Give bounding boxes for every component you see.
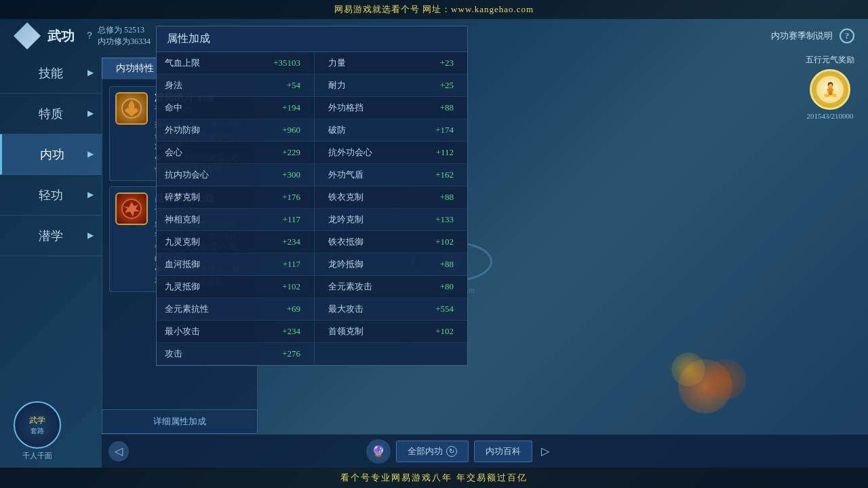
sidebar-item-skills[interactable]: 技能 ▶	[0, 53, 102, 94]
all-inner-button[interactable]: 全部内功 ↻	[396, 441, 469, 462]
logo-diamond	[14, 22, 41, 49]
sidebar-item-traits[interactable]: 特质 ▶	[0, 94, 102, 134]
table-row: 神相克制 +117 龙吟克制 +133	[157, 209, 467, 231]
badge-circle: 武学 套路	[14, 401, 61, 449]
skill-icon-1	[115, 92, 148, 125]
table-row: 全元素抗性 +69 最大攻击 +554	[157, 298, 467, 321]
table-row: 身法 +54 耐力 +25	[157, 75, 467, 97]
action-bar: ◁ 🔮 全部内功 ↻ 内功百科 ▷	[102, 434, 868, 468]
scroll-left-icon[interactable]: ◁	[108, 441, 129, 462]
table-row: 血河抵御 +117 龙吟抵御 +88	[157, 253, 467, 276]
right-scroll-icon[interactable]: ▷	[541, 445, 549, 458]
sidebar-item-inner[interactable]: 内功 ▶	[0, 134, 102, 175]
header-right: 内功赛季制说明 ?	[771, 28, 854, 43]
arrow-icon: ▶	[87, 230, 94, 241]
skill-icon-2	[115, 192, 148, 225]
table-row: 碎梦克制 +176 铁衣克制 +88	[157, 186, 467, 209]
five-elements-reward: 五行元气奖励 🧘 201543/210000	[806, 54, 854, 120]
season-question-icon[interactable]: ?	[840, 28, 854, 43]
table-row: 攻击 +276	[157, 343, 467, 365]
attr-panel: 属性加成 气血上限 +35103 力量 +23 身法 +54 耐力 +25 命中…	[156, 26, 468, 366]
encyclopedia-button[interactable]: 内功百科	[474, 441, 532, 462]
inner-scroll-icon[interactable]: 🔮	[366, 439, 391, 464]
attr-panel-title: 属性加成	[157, 26, 467, 52]
table-row: 外功防御 +960 破防 +174	[157, 119, 467, 142]
table-row: 最小攻击 +234 首领克制 +102	[157, 321, 467, 343]
header-stats: 总修为 52513 内功修为36334	[98, 24, 151, 47]
bottom-banner: 看个号专业网易游戏八年 年交易额过百亿	[0, 468, 868, 488]
arrow-icon: ▶	[87, 68, 94, 78]
arrow-icon: ▶	[87, 108, 94, 119]
table-row: 会心 +229 抗外功会心 +112	[157, 142, 467, 164]
top-banner: 网易游戏就选看个号 网址：www.kangehao.com	[0, 0, 868, 19]
table-row: 气血上限 +35103 力量 +23	[157, 52, 467, 75]
reward-circle[interactable]: 🧘	[810, 69, 850, 110]
table-row: 九灵克制 +234 铁衣抵御 +102	[157, 231, 467, 253]
attr-table: 气血上限 +35103 力量 +23 身法 +54 耐力 +25 命中 +194…	[157, 52, 467, 365]
arrow-icon: ▶	[87, 149, 94, 159]
wuxue-badge: 武学 套路 千人千面	[14, 401, 61, 461]
table-row: 九灵抵御 +102 全元素攻击 +80	[157, 276, 467, 298]
action-right: 🔮 全部内功 ↻ 内功百科 ▷	[359, 439, 868, 464]
arrow-icon: ▶	[87, 190, 94, 200]
table-row: 命中 +194 外功格挡 +88	[157, 97, 467, 119]
sidebar-item-hidden[interactable]: 潜学 ▶	[0, 216, 102, 256]
refresh-icon: ↻	[446, 446, 457, 457]
sidebar-item-light[interactable]: 轻功 ▶	[0, 175, 102, 216]
table-row: 抗内功会心 +300 外功气盾 +162	[157, 164, 467, 186]
detail-attr-button[interactable]: 详细属性加成	[102, 409, 258, 434]
header-question-icon[interactable]: ？	[85, 30, 94, 42]
page-title: 武功	[47, 27, 75, 45]
reward-icon: 🧘	[816, 76, 844, 103]
